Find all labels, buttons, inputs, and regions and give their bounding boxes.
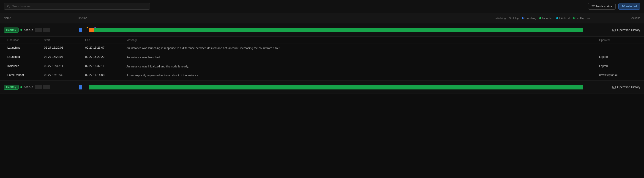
- op-history-btn-2[interactable]: Operation History: [590, 85, 640, 89]
- timeline-header: Timeline Initializing ScaleUp Launching …: [77, 16, 590, 20]
- node-row: Healthy node-ip Operation History: [0, 23, 644, 37]
- marker-triangle-2: [94, 27, 96, 29]
- op-operator-launched: Lepton: [599, 55, 640, 59]
- node-ips-1: [35, 28, 50, 32]
- launched-dot: [539, 17, 541, 19]
- op-row-initialized: Initialized 02-27 15:32:11 02-27 15:32:1…: [0, 62, 644, 71]
- initialized-dot: [556, 17, 558, 19]
- op-row-forcereboot: ForceReboot 02-27 16:13:32 02-27 16:14:0…: [0, 71, 644, 80]
- legend-initializing: Initializing: [495, 17, 506, 20]
- status-dot-1: [20, 29, 22, 31]
- op-name-launched: Launched: [7, 55, 44, 59]
- op-col-start: Start: [44, 39, 85, 42]
- op-operator-forcereboot: dev@lepton.ai: [599, 73, 640, 77]
- op-history-btn-1[interactable]: Operation History: [590, 28, 640, 32]
- op-message-launching: An instance was launching in response to…: [126, 46, 599, 51]
- timeline-track-1: [79, 27, 588, 33]
- timeline-segment-blue: [79, 28, 82, 32]
- op-message-initialized: An instance was initialized and the node…: [126, 64, 599, 69]
- legend-scaleup-label: ScaleUp: [509, 17, 518, 20]
- op-operator-initialized: Lepton: [599, 64, 640, 68]
- op-message-launched: An instance was launched.: [126, 55, 599, 60]
- legend-initialized: Initialized: [556, 17, 570, 20]
- node-identity-2: Healthy node-ip: [4, 85, 77, 90]
- op-history-table-header: Operation Start End Message Operator: [0, 37, 644, 44]
- node-ips-2: [35, 85, 50, 89]
- ip-block-2a: [35, 85, 42, 89]
- node-name-2: node-ip: [24, 86, 33, 89]
- op-history-icon-2: [612, 85, 616, 89]
- svg-line-1: [9, 7, 10, 8]
- ip-block-2b: [43, 85, 50, 89]
- timeline-label: Timeline: [77, 17, 87, 20]
- op-row-launched: Launched 02-27 15:23:07 02-27 15:29:22 A…: [0, 53, 644, 62]
- node-status-label: Node status: [596, 5, 612, 8]
- status-dot-2: [20, 86, 22, 88]
- legend-initialized-label: Initialized: [559, 17, 570, 20]
- search-area[interactable]: [4, 3, 150, 10]
- col-name-header: Name: [4, 17, 77, 20]
- op-end-initialized: 02-27 15:32:11: [85, 64, 126, 68]
- op-name-forcereboot: ForceReboot: [7, 73, 44, 77]
- legend-scaleup: ScaleUp: [509, 17, 518, 20]
- legend-healthy-label: Healthy: [576, 17, 584, 20]
- ip-block-1b: [43, 28, 50, 32]
- healthy-badge-2: Healthy: [4, 85, 18, 90]
- selected-badge: 10 selected: [618, 3, 640, 10]
- op-col-operator: Operator: [599, 39, 640, 42]
- legend-items: Initializing ScaleUp Launching Launched …: [495, 16, 590, 20]
- op-history-label-2: Operation History: [617, 85, 640, 89]
- table-header: Name Timeline Initializing ScaleUp Launc…: [0, 13, 644, 23]
- op-name-initialized: Initialized: [7, 64, 44, 68]
- svg-rect-2: [612, 29, 616, 31]
- legend-launched: Launched: [539, 17, 553, 20]
- op-history-label-1: Operation History: [617, 28, 640, 32]
- timeline-2: [77, 84, 590, 90]
- ip-block-1a: [35, 28, 42, 32]
- legend-launching-label: Launching: [524, 17, 536, 20]
- col-actions-header: Actions: [590, 17, 640, 20]
- op-end-forcereboot: 02-27 16:14:08: [85, 73, 126, 77]
- marker-triangle-1: [86, 27, 88, 29]
- timeline-segment-blue-2: [79, 85, 82, 89]
- op-start-forcereboot: 02-27 16:13:32: [44, 73, 85, 77]
- op-name-launching: Launching: [7, 46, 44, 49]
- healthy-dot: [573, 17, 574, 19]
- op-row-launching: Launching 02-27 15:20:03 02-27 15:23:07 …: [0, 44, 644, 53]
- legend-initializing-label: Initializing: [495, 17, 506, 20]
- healthy-badge-1: Healthy: [4, 28, 18, 33]
- op-history-icon-1: [612, 28, 616, 32]
- svg-rect-5: [612, 86, 616, 88]
- legend-launching: Launching: [522, 17, 536, 20]
- timeline-1: [77, 27, 590, 33]
- top-bar: Node status 10 selected: [0, 0, 644, 13]
- top-right-controls: Node status 10 selected: [588, 3, 640, 10]
- op-start-launching: 02-27 15:20:03: [44, 46, 85, 49]
- timeline-segment-green: [94, 28, 583, 32]
- svg-point-0: [8, 5, 10, 7]
- node-name-1: node-ip: [24, 29, 33, 32]
- op-history-section: Operation Start End Message Operator Lau…: [0, 37, 644, 81]
- filter-icon: [592, 5, 595, 8]
- node-row-2: Healthy node-ip Operation History: [0, 81, 644, 94]
- op-start-launched: 02-27 15:23:07: [44, 55, 85, 59]
- op-end-launched: 02-27 15:29:22: [85, 55, 126, 59]
- node-status-button[interactable]: Node status: [588, 3, 615, 10]
- op-operator-launching: –: [599, 46, 640, 49]
- launching-dot: [522, 17, 524, 19]
- op-start-initialized: 02-27 15:32:11: [44, 64, 85, 68]
- search-icon: [7, 5, 10, 8]
- timeline-track-2: [79, 84, 588, 90]
- op-col-end: End: [85, 39, 126, 42]
- op-col-operation: Operation: [7, 39, 44, 42]
- legend-healthy: Healthy: [573, 17, 584, 20]
- search-input[interactable]: [12, 5, 147, 8]
- more-legend-icon: ···: [587, 16, 590, 20]
- op-col-message: Message: [126, 39, 599, 42]
- node-identity-1: Healthy node-ip: [4, 28, 77, 33]
- op-end-launching: 02-27 15:23:07: [85, 46, 126, 49]
- legend-launched-label: Launched: [542, 17, 553, 20]
- op-message-forcereboot: A user explicitly requested to force reb…: [126, 73, 599, 78]
- timeline-segment-green-2: [89, 85, 583, 89]
